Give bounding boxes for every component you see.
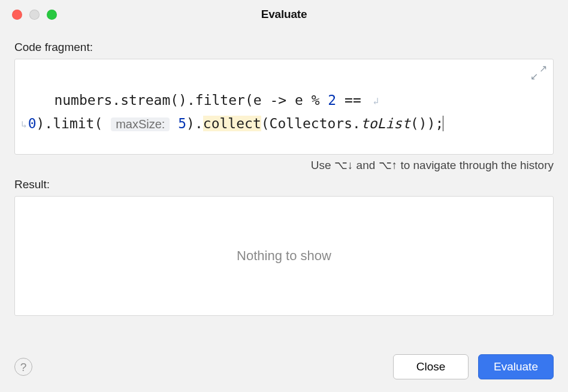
help-button[interactable]: ? [14,358,32,376]
result-panel: Nothing to show [14,196,554,316]
traffic-lights [12,10,57,20]
hint-shortcut-down: ⌥↓ [334,159,354,171]
close-window-icon[interactable] [12,10,22,20]
parameter-hint-maxsize: maxSize: [111,117,170,131]
help-icon: ? [20,361,27,373]
code-text-seg-a: numbers.stream().filter(e -> e % [54,92,328,108]
result-empty-text: Nothing to show [237,248,331,264]
code-number-5: 5 [178,116,186,131]
result-label: Result: [14,178,554,191]
code-text-seg-c: ).limit( [37,116,103,131]
code-text-seg-f: ()); [410,116,443,131]
code-italic-tolist: toList [361,116,410,131]
hint-shortcut-up: ⌥↑ [379,159,398,171]
code-number-2: 2 [328,92,336,108]
code-fragment-editor[interactable]: ↗↙numbers.stream().filter(e -> e % 2 == … [14,59,554,155]
hint-text-mid: and [353,159,378,171]
dialog-footer: ? Close Evaluate [0,350,568,392]
dialog-content: Code fragment: ↗↙numbers.stream().filter… [0,29,568,316]
code-text-seg-e: (Collectors. [261,116,361,131]
close-button[interactable]: Close [393,354,469,379]
minimize-window-icon [29,10,40,20]
evaluate-button[interactable]: Evaluate [478,354,554,379]
maximize-window-icon[interactable] [47,10,57,20]
hint-text-prefix: Use [311,159,334,171]
code-text-seg-d: ). [186,116,203,131]
code-fragment-label: Code fragment: [14,41,554,54]
window-title: Evaluate [261,8,307,21]
history-navigation-hint: Use ⌥↓ and ⌥↑ to navigate through the hi… [14,158,554,172]
expand-collapse-icon[interactable]: ↗↙ [530,64,547,81]
code-highlight-collect: collect [203,116,261,131]
code-text-seg-b: == [336,92,369,108]
titlebar: Evaluate [0,0,568,29]
code-number-0: 0 [28,116,37,131]
hint-text-suffix: to navigate through the history [397,159,554,171]
